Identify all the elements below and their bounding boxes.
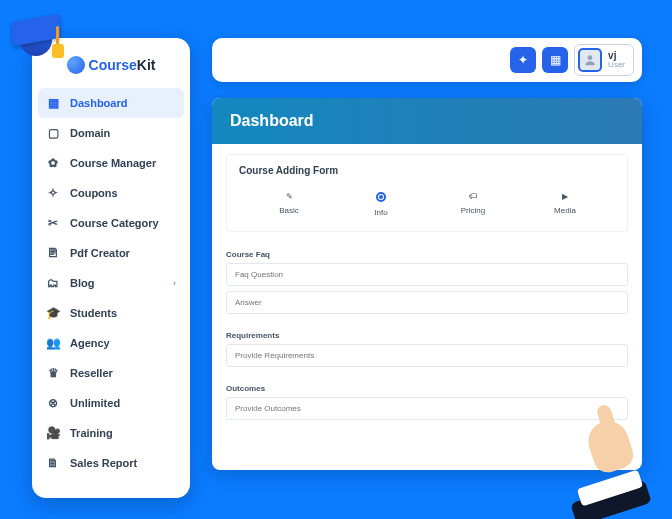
step-media[interactable]: ▶Media <box>519 192 611 215</box>
menu-icon: ♛ <box>46 366 60 380</box>
step-icon: ▶ <box>561 192 569 200</box>
step-pricing[interactable]: 🏷Pricing <box>427 192 519 215</box>
requirements-input[interactable] <box>226 344 628 367</box>
user-role: User <box>608 61 625 69</box>
chevron-right-icon: › <box>173 278 176 288</box>
step-basic[interactable]: ✎Basic <box>243 192 335 215</box>
sidebar-item-label: Course Category <box>70 217 159 229</box>
sidebar-item-sales-report[interactable]: 🗎Sales Report <box>32 448 190 478</box>
step-info[interactable]: Info <box>335 192 427 217</box>
outcomes-heading: Outcomes <box>226 384 628 393</box>
outcomes-input[interactable] <box>226 397 628 420</box>
menu-icon: 🖹 <box>46 246 60 260</box>
sidebar-item-label: Agency <box>70 337 110 349</box>
sidebar-item-label: Blog <box>70 277 94 289</box>
sidebar-item-domain[interactable]: ▢Domain <box>32 118 190 148</box>
faq-answer-input[interactable] <box>226 291 628 314</box>
sidebar-item-unlimited[interactable]: ⊗Unlimited <box>32 388 190 418</box>
form-card: Course Adding Form ✎BasicInfo🏷Pricing▶Me… <box>226 154 628 232</box>
apps-grid-button[interactable]: ▦ <box>542 47 568 73</box>
form-stepper: ✎BasicInfo🏷Pricing▶Media <box>227 184 627 231</box>
sidebar-item-label: Training <box>70 427 113 439</box>
sidebar-item-course-category[interactable]: ✂Course Category <box>32 208 190 238</box>
sidebar: CourseKit ▦Dashboard▢Domain✿Course Manag… <box>32 38 190 498</box>
step-label: Basic <box>243 206 335 215</box>
sidebar-item-coupons[interactable]: ✧Coupons <box>32 178 190 208</box>
menu-icon: 🗂 <box>46 276 60 290</box>
sidebar-item-label: Course Manager <box>70 157 156 169</box>
sidebar-item-reseller[interactable]: ♛Reseller <box>32 358 190 388</box>
step-active-dot <box>376 192 386 202</box>
requirements-section: Requirements <box>212 323 642 376</box>
requirements-heading: Requirements <box>226 331 628 340</box>
user-menu[interactable]: vj User <box>574 44 634 76</box>
topbar: ✦ ▦ vj User <box>212 38 642 82</box>
brand-name: CourseKit <box>89 57 156 73</box>
step-icon: 🏷 <box>469 192 477 200</box>
menu-icon: ✂ <box>46 216 60 230</box>
pointing-hand-icon <box>570 421 648 511</box>
sidebar-item-label: Students <box>70 307 117 319</box>
sidebar-item-dashboard[interactable]: ▦Dashboard <box>38 88 184 118</box>
sidebar-item-pdf-creator[interactable]: 🖹Pdf Creator <box>32 238 190 268</box>
sidebar-item-label: Pdf Creator <box>70 247 130 259</box>
menu-icon: ▢ <box>46 126 60 140</box>
sidebar-item-blog[interactable]: 🗂Blog› <box>32 268 190 298</box>
page-title: Dashboard <box>212 98 642 144</box>
menu-icon: 🗎 <box>46 456 60 470</box>
faq-section: Course Faq <box>212 242 642 323</box>
menu-icon: 🎓 <box>46 306 60 320</box>
sidebar-item-course-manager[interactable]: ✿Course Manager <box>32 148 190 178</box>
step-label: Info <box>335 208 427 217</box>
faq-question-input[interactable] <box>226 263 628 286</box>
sidebar-item-label: Unlimited <box>70 397 120 409</box>
graduation-cap-icon <box>6 6 66 66</box>
menu-icon: 🎥 <box>46 426 60 440</box>
sidebar-item-label: Dashboard <box>70 97 127 109</box>
svg-point-0 <box>588 55 593 60</box>
globe-icon <box>67 56 85 74</box>
avatar <box>578 48 602 72</box>
menu-icon: ✿ <box>46 156 60 170</box>
menu-icon: 👥 <box>46 336 60 350</box>
sidebar-item-agency[interactable]: 👥Agency <box>32 328 190 358</box>
sidebar-item-training[interactable]: 🎥Training <box>32 418 190 448</box>
step-label: Media <box>519 206 611 215</box>
step-label: Pricing <box>427 206 519 215</box>
menu-icon: ▦ <box>46 96 60 110</box>
sidebar-item-label: Coupons <box>70 187 118 199</box>
sidebar-item-label: Reseller <box>70 367 113 379</box>
form-title: Course Adding Form <box>227 155 627 184</box>
sidebar-item-label: Sales Report <box>70 457 137 469</box>
sidebar-item-students[interactable]: 🎓Students <box>32 298 190 328</box>
magic-wand-button[interactable]: ✦ <box>510 47 536 73</box>
menu-icon: ⊗ <box>46 396 60 410</box>
sidebar-item-label: Domain <box>70 127 110 139</box>
step-icon: ✎ <box>285 192 293 200</box>
menu-icon: ✧ <box>46 186 60 200</box>
main-panel: Dashboard Course Adding Form ✎BasicInfo🏷… <box>212 98 642 470</box>
sidebar-nav: ▦Dashboard▢Domain✿Course Manager✧Coupons… <box>32 88 190 478</box>
faq-heading: Course Faq <box>226 250 628 259</box>
